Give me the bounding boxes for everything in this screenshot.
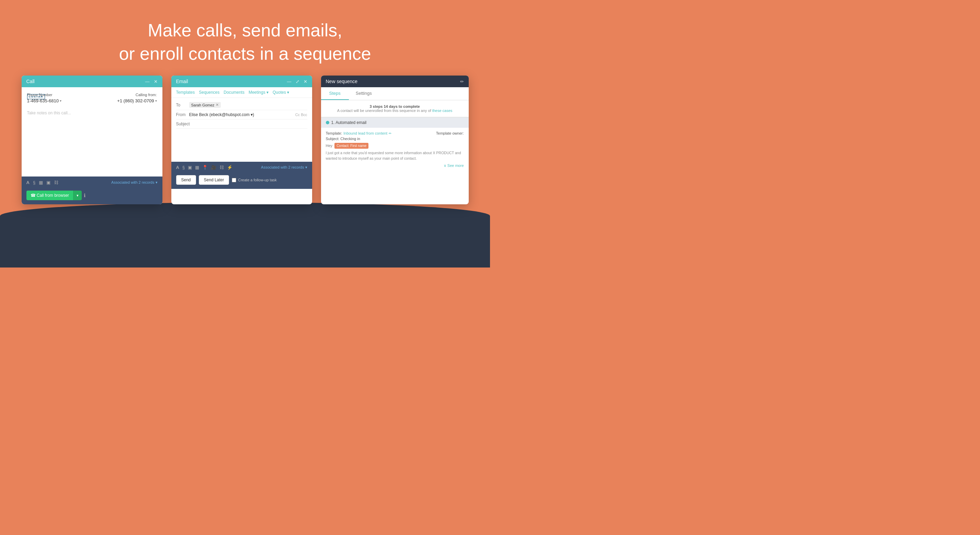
email-to-row: To Sarah Gomez ✕: [176, 100, 307, 110]
sequence-steps-count: 3 steps: [369, 104, 382, 108]
call-close-btn[interactable]: ✕: [154, 79, 158, 84]
call-logo: COSTAR: [27, 93, 45, 99]
email-card-title: Email: [176, 79, 188, 84]
sequence-info-bar: 3 steps 14 days to complete A contact wi…: [321, 100, 469, 117]
email-link-icon[interactable]: ⛓: [220, 165, 224, 170]
template-edit-icon[interactable]: ✏: [389, 132, 391, 135]
sequence-info-text: A contact will be unenrolled from this s…: [337, 108, 431, 113]
email-image-icon[interactable]: ▣: [188, 165, 192, 170]
sequence-subject-row: Subject: Checking in: [326, 137, 464, 141]
email-video-icon[interactable]: 🎥: [211, 165, 216, 170]
call-from-browser-button[interactable]: ☎ Call from browser: [26, 191, 73, 200]
call-btn-group: ☎ Call from browser ▾: [26, 191, 82, 200]
email-maximize-btn[interactable]: ⤢: [296, 79, 299, 84]
send-button[interactable]: Send: [176, 175, 196, 185]
call-associated-link[interactable]: Associated with 2 records ▾: [111, 180, 157, 185]
sequence-card-title: New sequence: [326, 79, 358, 84]
call-notes-placeholder: Take notes on this call...: [27, 111, 71, 115]
email-subject-row: Subject: [176, 119, 307, 129]
email-to-label: To: [176, 103, 189, 107]
email-tag-remove[interactable]: ✕: [216, 103, 219, 107]
email-nav-documents[interactable]: Documents: [224, 90, 245, 95]
sequence-template-row: Template: Inbound lead from content ✏ Te…: [326, 131, 464, 135]
bottom-background: [0, 202, 490, 268]
sequence-body-text: I just got a note that you'd requested s…: [326, 150, 464, 161]
email-fields: To Sarah Gomez ✕ From Elise Beck (ebeck@…: [171, 98, 312, 162]
call-from-label: Calling from:: [117, 93, 157, 97]
attach-icon[interactable]: §: [33, 180, 35, 185]
email-from-value: Elise Beck (ebeck@hubspot.com ▾): [189, 112, 295, 117]
sequence-step-body: Template: Inbound lead from content ✏ Te…: [321, 128, 469, 171]
call-from-field: Calling from: +1 (860) 302-0709 ▾: [117, 93, 157, 103]
call-notes-area[interactable]: Take notes on this call...: [27, 110, 157, 116]
follow-up-label: Create a follow-up task: [238, 178, 277, 182]
phone-dropdown-arrow[interactable]: ▾: [60, 99, 62, 103]
call-card-body: COSTAR Phone Number 1-469-635-6810 ▾ Cal…: [22, 87, 162, 177]
email-window-controls: — ⤢ ✕: [287, 79, 307, 84]
call-window-controls: — ✕: [145, 79, 158, 84]
hero-title: Make calls, send emails, or enroll conta…: [0, 19, 490, 65]
template-label: Template:: [326, 131, 342, 135]
cards-container: Call — ✕ COSTAR Phone Number 1-469-635-6…: [0, 76, 490, 204]
sequence-tab-steps[interactable]: Steps: [321, 87, 349, 100]
sequence-contact-tag: Contact: First name: [334, 143, 368, 149]
email-cc-bcc[interactable]: Cc Bcc: [295, 113, 307, 117]
send-later-button[interactable]: Send Later: [199, 175, 229, 185]
call-dropdown-button[interactable]: ▾: [73, 191, 82, 200]
template-owner-label: Template owner:: [436, 131, 464, 135]
call-card: Call — ✕ COSTAR Phone Number 1-469-635-6…: [22, 76, 162, 204]
email-text-format-icon[interactable]: A: [176, 165, 179, 170]
email-token-icon[interactable]: ⚡: [227, 165, 232, 170]
sequence-see-more[interactable]: ∨ See more: [326, 164, 464, 168]
call-fields-row: Phone Number 1-469-635-6810 ▾ Calling fr…: [27, 93, 157, 103]
email-card: Email — ⤢ ✕ Templates Sequences Document…: [171, 76, 312, 204]
image-icon[interactable]: ▣: [46, 180, 51, 185]
email-send-row: Send Send Later Create a follow-up task: [171, 173, 312, 189]
sequence-card-header: New sequence ✏: [321, 76, 469, 87]
sequence-days-count: 14 days to complete: [383, 104, 420, 108]
email-card-footer: A § ▣ ▦ 📍 🎥 ⛓ ⚡ Associated with 2 record…: [171, 162, 312, 173]
call-card-header: Call — ✕: [22, 76, 162, 87]
email-attach-icon[interactable]: §: [182, 165, 185, 170]
email-body-area[interactable]: [176, 129, 307, 160]
email-to-tag: Sarah Gomez ✕: [189, 102, 221, 108]
email-minimize-btn[interactable]: —: [287, 79, 291, 84]
email-footer-icons: A § ▣ ▦ 📍 🎥 ⛓ ⚡: [176, 165, 233, 170]
call-logo-text: COSTAR: [27, 94, 45, 99]
call-card-footer: A § ▦ ▣ ⛓ Associated with 2 records ▾: [22, 177, 162, 188]
calling-from-dropdown-arrow[interactable]: ▾: [155, 99, 157, 103]
sequence-tab-settings[interactable]: Settings: [349, 87, 379, 100]
email-from-row: From Elise Beck (ebeck@hubspot.com ▾) Cc…: [176, 110, 307, 119]
sequence-step-header: 1. Automated email: [321, 118, 469, 128]
sequence-step-1: 1. Automated email Template: Inbound lea…: [321, 117, 469, 171]
sequence-edit-icon[interactable]: ✏: [460, 79, 464, 84]
hero-section: Make calls, send emails, or enroll conta…: [0, 0, 490, 76]
sequence-card: New sequence ✏ Steps Settings 3 steps 14…: [321, 76, 469, 204]
email-nav-templates[interactable]: Templates: [176, 90, 195, 95]
sequence-tabs: Steps Settings: [321, 87, 469, 100]
follow-up-checkbox-input[interactable]: [232, 178, 236, 182]
sequence-these-cases-link[interactable]: these cases: [432, 108, 453, 113]
call-card-title: Call: [26, 79, 35, 84]
follow-up-task-checkbox: Create a follow-up task: [232, 178, 277, 182]
email-close-btn[interactable]: ✕: [304, 79, 307, 84]
email-subject-label: Subject: [176, 121, 190, 126]
call-footer-icons: A § ▦ ▣ ⛓: [26, 180, 59, 185]
email-associated-link[interactable]: Associated with 2 records ▾: [261, 165, 307, 170]
email-nav-sequences[interactable]: Sequences: [199, 90, 220, 95]
call-info-icon[interactable]: ℹ: [84, 193, 86, 198]
email-screen-icon[interactable]: ▦: [195, 165, 199, 170]
step-dot: [326, 121, 329, 124]
link-icon[interactable]: ⛓: [54, 180, 58, 185]
email-from-label: From: [176, 112, 189, 117]
call-button-row: ☎ Call from browser ▾ ℹ: [22, 188, 162, 204]
email-nav-quotes[interactable]: Quotes ▾: [273, 90, 289, 95]
email-location-icon[interactable]: 📍: [202, 165, 208, 170]
call-minimize-btn[interactable]: —: [145, 79, 150, 84]
template-value-link[interactable]: Inbound lead from content: [344, 131, 387, 135]
email-nav: Templates Sequences Documents Meetings ▾…: [171, 87, 312, 98]
screen-icon[interactable]: ▦: [39, 180, 43, 185]
call-from-value: +1 (860) 302-0709 ▾: [117, 98, 157, 103]
text-format-icon[interactable]: A: [26, 180, 30, 185]
email-nav-meetings[interactable]: Meetings ▾: [248, 90, 269, 95]
